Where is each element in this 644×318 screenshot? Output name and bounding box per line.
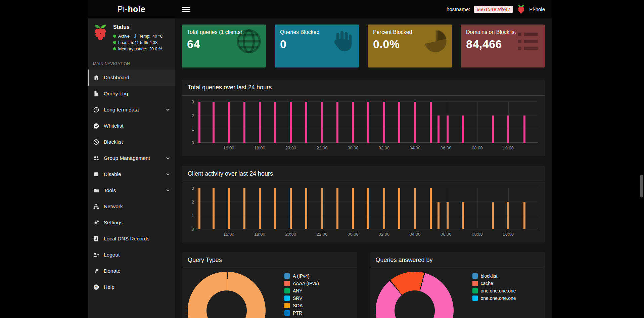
status-title: Status — [113, 24, 163, 30]
sidebar-item-whitelist[interactable]: Whitelist — [88, 118, 175, 134]
sitemap-icon — [93, 203, 99, 210]
panel-title: Queries answered by — [376, 257, 433, 263]
legend-swatch — [472, 281, 478, 286]
donut-chart-queries-answered-by[interactable] — [376, 272, 454, 318]
menu-label: Blacklist — [104, 139, 123, 145]
sidebar-item-donate[interactable]: Donate — [88, 263, 175, 279]
bar-plot-area: 0123 — [197, 188, 538, 229]
total-queries-panel: Total queries over last 24 hours 012316:… — [182, 80, 545, 156]
legend-label: blocklist — [481, 273, 498, 279]
bar — [438, 116, 440, 143]
x-axis-label: 10:00 — [503, 232, 514, 237]
top-navbar: Pi-hole hostname: 666154e2d947 — [88, 0, 552, 18]
legend-item-soa: SOA — [284, 302, 319, 309]
hand-icon — [329, 28, 355, 54]
hostname-badge: 666154e2d947 — [474, 6, 513, 13]
status-dot — [113, 47, 116, 50]
sidebar-item-disable[interactable]: Disable — [88, 166, 175, 182]
brand-logo[interactable]: Pi-hole — [88, 0, 175, 18]
y-axis-line — [197, 188, 197, 229]
status-line-active: Active Temp: 40 °C — [113, 33, 163, 39]
menu-label: Group Management — [104, 155, 150, 161]
panel-header: Client activity over last 24 hours — [182, 166, 545, 182]
client-activity-panel: Client activity over last 24 hours 01231… — [182, 166, 545, 242]
bar — [198, 102, 200, 143]
y-axis-label: 0 — [192, 227, 194, 231]
panel-title: Query Types — [188, 257, 222, 263]
memory-label: Memory usage: — [118, 47, 147, 51]
x-axis-label: 16:00 — [223, 232, 234, 237]
menu-label: Dashboard — [104, 75, 129, 81]
sidebar-item-blacklist[interactable]: Blacklist — [88, 134, 175, 150]
x-axis-label: 00:00 — [348, 145, 359, 150]
sidebar-item-local-dns-records[interactable]: Local DNS Records — [88, 231, 175, 247]
bar — [228, 188, 230, 229]
x-axis-label: 02:00 — [378, 232, 389, 237]
sidebar-item-network[interactable]: Network — [88, 198, 175, 215]
client-activity-chart[interactable]: 012316:0018:0020:0022:0000:0002:0004:000… — [182, 182, 545, 242]
navbar-right: hostname: 666154e2d947 Pi-hole — [447, 4, 545, 14]
temp-label: Temp: — [139, 34, 150, 39]
bar — [321, 188, 323, 229]
gridline-x — [477, 102, 478, 143]
bar — [290, 102, 292, 143]
donut-chart-query-types[interactable] — [188, 272, 266, 318]
x-axis-label: 16:00 — [223, 145, 234, 150]
summary-card-domains-on-blocklist: Domains on Blocklist84,466 — [461, 25, 545, 67]
address-book-icon — [93, 236, 99, 242]
question-circle-icon: ? — [93, 284, 99, 290]
bar — [243, 188, 245, 229]
x-axis-label: 06:00 — [441, 145, 452, 150]
query-types-chart[interactable]: A (IPv4)AAAA (IPv6)ANYSRVSOAPTRTXTNAPTR — [182, 268, 357, 318]
sidebar-toggle-button[interactable] — [182, 6, 190, 13]
page-scrollbar-thumb[interactable] — [640, 175, 643, 197]
pihole-logo-icon — [92, 24, 108, 45]
load-label: Load: — [118, 40, 129, 45]
bar — [352, 188, 354, 229]
bar — [447, 116, 449, 143]
legend-item-a-ipv4: A (IPv4) — [284, 272, 319, 280]
y-axis-label: 3 — [192, 186, 194, 190]
bar — [336, 188, 338, 229]
sidebar-item-settings[interactable]: Settings — [88, 215, 175, 231]
bar — [414, 188, 416, 229]
sidebar-item-tools[interactable]: Tools — [88, 182, 175, 198]
bar — [383, 102, 385, 143]
gridline-x — [446, 102, 446, 143]
legend-label: SOA — [293, 303, 303, 308]
bar — [398, 188, 400, 229]
legend-swatch — [284, 288, 290, 293]
sidebar-item-group-management[interactable]: Group Management — [88, 150, 175, 166]
chevron-down-icon — [166, 107, 170, 112]
queries-answered-chart[interactable]: blocklistcacheone.one.one.oneone.one.one… — [370, 268, 545, 318]
legend-swatch — [284, 273, 290, 279]
y-axis-label: 1 — [192, 127, 194, 131]
pihole-admin-app: Pi-hole hostname: 666154e2d947 — [88, 0, 552, 318]
sidebar-item-help[interactable]: ?Help — [88, 279, 175, 295]
donut-body: blocklistcacheone.one.one.oneone.one.one… — [370, 268, 545, 318]
legend-swatch — [284, 296, 290, 301]
y-axis-label: 2 — [192, 199, 194, 204]
legend-swatch — [472, 273, 478, 279]
sidebar-item-logout[interactable]: Logout — [88, 247, 175, 263]
sidebar-item-long-term-data[interactable]: Long term data — [88, 102, 175, 118]
ban-icon — [93, 139, 99, 145]
legend-item-txt: TXT — [284, 317, 319, 318]
status-line-memory: Memory usage: 20.0 % — [113, 46, 163, 52]
legend-label: PTR — [293, 310, 302, 316]
total-queries-chart[interactable]: 012316:0018:0020:0022:0000:0002:0004:000… — [182, 96, 545, 156]
x-axis-label: 06:00 — [441, 232, 452, 237]
panel-title: Client activity over last 24 hours — [188, 170, 273, 177]
status-line-load: Load: 5.41 5.65 4.38 — [113, 39, 163, 46]
list-icon — [515, 28, 541, 54]
menu-label: Tools — [104, 187, 116, 193]
sign-out-icon — [93, 252, 99, 258]
legend-swatch — [284, 281, 290, 286]
legend-swatch — [472, 296, 478, 301]
sidebar-item-dashboard[interactable]: Dashboard — [88, 70, 175, 86]
home-icon — [93, 75, 99, 81]
bar — [305, 102, 307, 143]
legend-item-srv: SRV — [284, 294, 319, 302]
chart-legend: blocklistcacheone.one.one.oneone.one.one… — [472, 272, 516, 302]
sidebar-item-query-log[interactable]: Query Log — [88, 86, 175, 102]
